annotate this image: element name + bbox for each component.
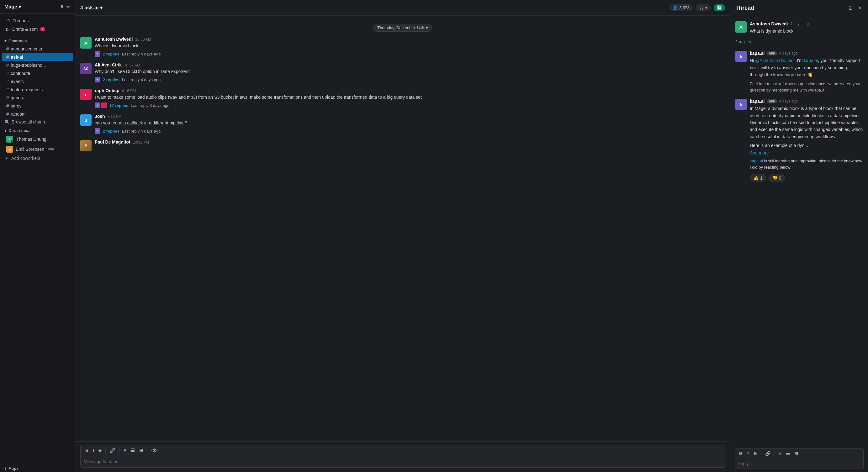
- text-button[interactable]: T: [745, 450, 751, 457]
- channels-section-label: Channels: [8, 39, 27, 43]
- reply-count[interactable]: 17 replies: [110, 103, 128, 108]
- mention-link[interactable]: @Ashutosh Dwivedi: [755, 58, 795, 63]
- thread-message-content: Ashutosh Dwivedi 4 days ago What is dyna…: [750, 21, 863, 34]
- add-coworkers-label: Add coworkers: [11, 156, 40, 161]
- unordered-list-button[interactable]: ☰: [129, 447, 136, 454]
- compose-icon[interactable]: ✏: [66, 4, 70, 10]
- channel-item-ask-ai[interactable]: # ask-ai: [2, 53, 73, 61]
- channel-item-random[interactable]: # random: [2, 110, 73, 118]
- dm-section-header[interactable]: ▾ Direct me...: [0, 126, 75, 134]
- reply-avatar: K: [95, 102, 100, 108]
- link-button[interactable]: 🔗: [764, 450, 772, 457]
- channel-item-general[interactable]: # general: [2, 94, 73, 102]
- thread-messages: A Ashutosh Dwivedi 4 days ago What is dy…: [730, 16, 868, 445]
- reply-count[interactable]: 2 replies: [103, 52, 120, 57]
- huddle-chevron: ▾: [705, 5, 708, 10]
- strikethrough-button[interactable]: S: [752, 450, 758, 457]
- channel-label: general: [11, 95, 25, 100]
- message-time: 10:57 AM: [124, 63, 140, 67]
- unordered-list-button[interactable]: ☰: [784, 450, 792, 457]
- list-button[interactable]: ≡: [777, 450, 783, 457]
- thread-reply-text2: Here is an example of a dyn...: [750, 142, 863, 149]
- message-group: A Ashutosh Dwivedi 10:50 AM What is dyna…: [80, 37, 725, 57]
- thumbs-down-icon: 👎: [772, 175, 777, 180]
- sidebar-item-threads[interactable]: ⊙ Threads: [2, 16, 73, 25]
- message-header: Ashutosh Dwivedi 10:50 AM: [95, 37, 725, 42]
- filter-icon[interactable]: ≡: [61, 4, 63, 10]
- block-button[interactable]: ⊞: [138, 447, 145, 454]
- see-more-link[interactable]: See more: [750, 150, 863, 156]
- channel-name-label: # ask-ai: [80, 5, 99, 11]
- italic-button[interactable]: I: [91, 447, 96, 454]
- toolbar-separator: [105, 448, 106, 453]
- ordered-list-button[interactable]: ≡: [122, 447, 128, 454]
- upload-button[interactable]: ↑: [160, 447, 166, 454]
- code-button[interactable]: </>: [150, 447, 159, 454]
- app-badge: APP: [767, 99, 777, 103]
- bold-button[interactable]: B: [84, 447, 90, 454]
- channels-section-header[interactable]: ▾ Channels: [0, 36, 75, 44]
- workspace-label: Mage: [4, 4, 17, 10]
- link-button[interactable]: 🔗: [108, 447, 117, 454]
- thumbs-down-reaction[interactable]: 👎 0: [769, 174, 785, 182]
- close-icon[interactable]: ✕: [857, 4, 863, 12]
- bold-button[interactable]: B: [738, 450, 744, 457]
- channel-title[interactable]: # ask-ai ▾: [80, 5, 102, 11]
- sidebar-item-drafts[interactable]: ▷ Drafts & sent 1: [2, 25, 73, 33]
- strikethrough-button[interactable]: S: [97, 447, 103, 454]
- hash-icon: #: [6, 103, 9, 108]
- thread-reply: k kapa.ai APP 4 days ago Hi @Ashutosh Dw…: [735, 51, 863, 94]
- message-time: 4:16 PM: [122, 89, 136, 93]
- channel-item-bugs[interactable]: # bugs-troublesho...: [2, 61, 73, 69]
- message-time: 10:32 PM: [133, 140, 149, 144]
- thumbs-up-reaction[interactable]: 👍 1: [750, 174, 766, 182]
- channel-item-feature-requests[interactable]: # feature-requests: [2, 86, 73, 93]
- add-coworkers-item[interactable]: ＋ Add coworkers: [0, 154, 75, 162]
- message-input[interactable]: [84, 459, 721, 464]
- reply-count[interactable]: 2 replies: [103, 77, 120, 82]
- footer-text: is still learning and improving, please …: [750, 159, 862, 170]
- channel-item-events[interactable]: # events: [2, 77, 73, 85]
- reply-meta: Last reply 4 days ago: [122, 129, 161, 134]
- start-huddle-button[interactable]: 🔄: [714, 4, 725, 11]
- dm-item-thomas[interactable]: T Thomas Chung: [2, 134, 73, 144]
- browse-channels[interactable]: 🔍 Browse all chann...: [0, 118, 75, 126]
- avatar: A: [735, 21, 747, 33]
- channel-item-announcements[interactable]: # announcements: [2, 45, 73, 53]
- kapa-link[interactable]: kapa.ai: [804, 58, 818, 63]
- member-count-badge[interactable]: 👤 3,973: [670, 4, 693, 11]
- composer-input-wrap: [80, 456, 725, 468]
- channel-item-contribute[interactable]: # contribute: [2, 69, 73, 77]
- reply-count[interactable]: 2 replies: [103, 129, 120, 134]
- thread-message-text: What is dynamic block: [750, 28, 863, 34]
- kapa-footer-link[interactable]: kapa.ai: [750, 159, 763, 163]
- message-header: Ali Avni Cirik 10:57 AM: [95, 62, 725, 67]
- apps-section-label: Apps: [8, 466, 19, 471]
- expand-icon[interactable]: ⊡: [847, 4, 854, 12]
- thread-reply-content: kapa.ai APP 4 days ago In Mage, a dynami…: [750, 99, 863, 182]
- thread-reply-input[interactable]: [738, 461, 861, 466]
- reply-bar: K 2 replies Last reply 4 days ago: [95, 51, 725, 57]
- message-header: Paul De Magnitot 10:32 PM: [95, 139, 725, 144]
- channel-header: # ask-ai ▾ 👤 3,973 🎧 ▾ 🔄: [75, 0, 730, 16]
- workspace-chevron: ▾: [19, 4, 21, 10]
- channel-label: announcements: [11, 46, 42, 52]
- avatar: AC: [80, 63, 92, 74]
- thread-reply-followup: Feel free to ask a follow-up question on…: [750, 81, 863, 94]
- workspace-name[interactable]: Mage ▾: [4, 4, 21, 10]
- huddle-button[interactable]: 🎧 ▾: [696, 4, 711, 11]
- message-header: raph Onbsp 4:16 PM: [95, 88, 725, 93]
- thread-reply-time: 4 days ago: [779, 99, 798, 103]
- reply-avatar: K: [95, 51, 100, 57]
- thread-title: Thread: [735, 5, 845, 11]
- drafts-icon: ▷: [6, 27, 10, 32]
- date-pill[interactable]: Thursday, December 14th ▾: [373, 24, 432, 32]
- channel-item-intros[interactable]: # intros: [2, 102, 73, 110]
- block-button[interactable]: ⊞: [793, 450, 800, 457]
- browse-label: Browse all chann...: [11, 120, 49, 125]
- thread-reply-header: kapa.ai APP 4 days ago: [750, 99, 863, 104]
- apps-section-header[interactable]: ▾ Apps: [0, 464, 75, 472]
- dm-item-emil[interactable]: E Emil Sorensen you: [2, 144, 73, 154]
- headphone-icon: 🎧: [699, 5, 704, 10]
- message-content: Ashutosh Dwivedi 10:50 AM What is dynami…: [95, 37, 725, 57]
